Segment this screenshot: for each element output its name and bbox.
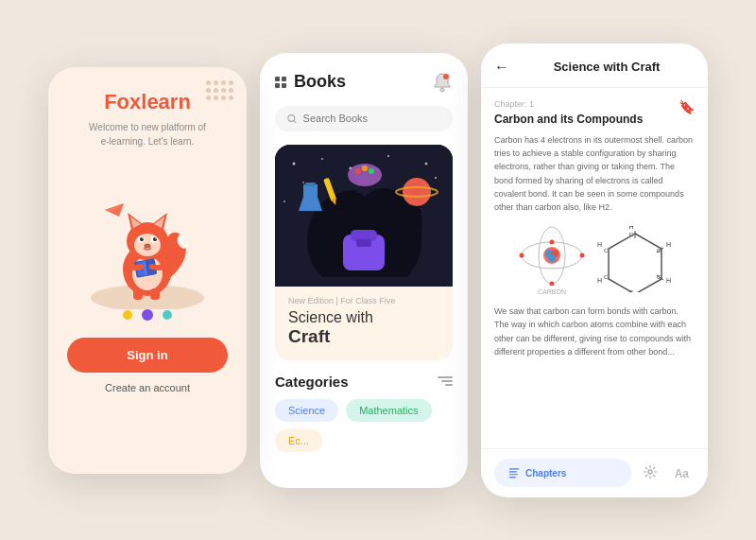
svg-rect-75 [509,468,520,469]
benzene-diagram: H H H H H H C C C C C C [597,226,673,292]
yellow-dot [123,310,132,320]
chapter-text-1: Carbon has 4 electrons in its outermost … [494,133,695,215]
svg-rect-6 [150,288,160,300]
books-title-row: Books [275,72,346,92]
reader-title: Science with Craft [519,60,695,74]
search-bar[interactable] [275,106,453,131]
font-size-label: Aa [675,467,689,480]
font-size-button[interactable]: Aa [669,460,695,486]
svg-rect-76 [509,471,517,472]
svg-point-26 [288,114,295,121]
svg-text:H: H [597,277,602,284]
svg-text:H: H [628,226,633,230]
svg-point-33 [425,162,428,165]
svg-text:C: C [628,232,633,237]
grid-icon [275,77,286,88]
search-icon [286,113,298,125]
svg-point-55 [549,239,554,244]
svg-point-57 [549,281,554,286]
reader-content: 🔖 Chapter: 1 Carbon and its Compounds Ca… [481,88,708,448]
chemistry-diagrams: CARBON H H H H [494,224,695,295]
book-name-bold: Craft [288,326,439,347]
teal-dot [163,310,172,320]
svg-point-25 [443,74,449,79]
purple-dot [142,309,153,321]
chapters-icon [507,466,521,479]
login-subtitle: Welcome to new platform of e-learning. L… [89,120,206,148]
svg-point-36 [284,200,285,202]
chapters-button[interactable]: Chapters [494,459,631,487]
category-eco[interactable]: Ec... [275,429,322,452]
search-input[interactable] [303,113,441,124]
svg-text:C: C [604,248,609,253]
svg-point-58 [519,253,524,257]
svg-point-34 [302,182,304,183]
svg-point-24 [440,88,444,92]
signin-button[interactable]: Sign in [67,338,228,373]
book-card: New Edition | For Class Five Science wit… [275,145,453,360]
filter-icon[interactable] [438,376,453,386]
svg-point-56 [579,253,584,257]
book-name-light: Science with [288,309,439,326]
book-edition: New Edition | For Class Five [288,296,439,305]
books-title: Books [294,72,346,92]
category-science[interactable]: Science [275,399,338,422]
svg-rect-78 [509,477,516,478]
svg-rect-77 [509,474,518,475]
svg-text:H: H [666,241,671,248]
svg-point-46 [369,168,374,174]
svg-point-41 [403,178,431,206]
book-info: New Edition | For Class Five Science wit… [275,287,453,347]
settings-button[interactable] [637,459,663,488]
create-account-link[interactable]: Create an account [105,382,190,393]
categories-row: Science Mathematics Ec... [275,399,453,452]
svg-text:C: C [657,248,662,253]
carbon-atom-diagram: CARBON [517,224,588,295]
logo-text: learn [141,90,191,113]
svg-point-45 [362,165,368,171]
decorative-dots-row [123,309,172,321]
books-header: Books [275,72,453,93]
svg-point-79 [648,470,652,474]
categories-header: Categories [275,374,453,390]
chapter-label: Chapter: 1 [494,99,695,109]
chapter-text-2: We saw that carbon can form bonds with c… [494,305,695,359]
svg-marker-59 [609,234,662,292]
chapters-label: Chapters [525,468,566,479]
reader-header: ← Science with Craft [481,44,708,88]
reader-footer: Chapters Aa [481,448,708,497]
categories-title: Categories [275,374,349,390]
svg-point-16 [153,237,157,241]
logo-accent: Fox [104,90,141,113]
reader-screen: ← Science with Craft 🔖 Chapter: 1 Carbon… [481,44,708,497]
svg-point-44 [355,168,361,174]
svg-point-15 [140,237,144,241]
chapter-title: Carbon and its Compounds [494,113,695,126]
svg-text:H: H [597,241,602,248]
svg-line-27 [294,120,296,122]
svg-rect-39 [356,239,371,247]
svg-point-32 [387,155,389,157]
app-logo: Foxlearn [104,90,191,114]
svg-text:C: C [657,274,662,280]
svg-text:C: C [604,274,609,280]
category-mathematics[interactable]: Mathematics [346,399,431,422]
login-screen: Foxlearn Welcome to new platform of e-le… [48,67,247,474]
svg-point-19 [145,243,151,248]
svg-point-35 [435,177,437,179]
bookmark-icon[interactable]: 🔖 [679,99,695,114]
bell-icon[interactable] [432,72,453,93]
svg-text:C: C [628,289,633,292]
back-button[interactable]: ← [494,59,509,76]
svg-point-30 [321,158,323,160]
svg-point-17 [142,237,143,238]
svg-rect-40 [305,183,316,186]
fox-illustration [86,158,209,309]
books-screen: Books [260,53,468,488]
svg-point-54 [548,254,556,262]
decorative-dots [206,80,233,100]
carbon-label: CARBON [538,288,566,295]
svg-point-18 [155,237,156,238]
settings-icon [643,464,658,479]
book-cover-image [275,145,453,287]
